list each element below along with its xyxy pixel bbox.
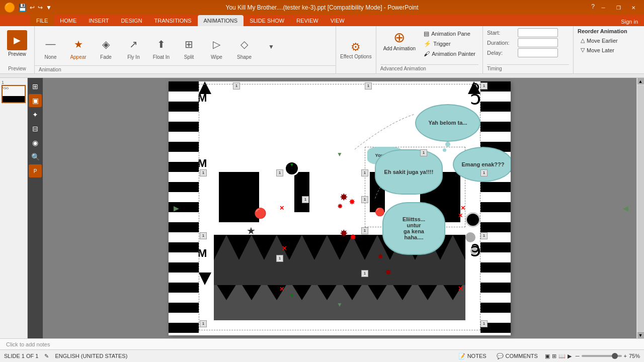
preview-button[interactable]: ▶ Preview bbox=[4, 28, 30, 59]
notes-icon: 📝 bbox=[458, 353, 465, 359]
tab-slideshow[interactable]: SLIDE SHOW bbox=[244, 15, 290, 26]
edit-icon[interactable]: ✎ bbox=[44, 353, 49, 359]
tool-circle[interactable]: ◉ bbox=[29, 136, 42, 149]
scroll-down-btn[interactable]: ▼ bbox=[637, 332, 644, 338]
tool-slides[interactable]: ▣ bbox=[29, 94, 42, 107]
tool-grid[interactable]: ⊟ bbox=[29, 122, 42, 135]
start-input[interactable] bbox=[518, 28, 558, 37]
zoom-slider[interactable] bbox=[582, 355, 622, 357]
bottom-nav-arrow[interactable]: ▼ bbox=[337, 151, 343, 158]
delay-input[interactable] bbox=[518, 48, 558, 57]
tool-windows[interactable]: ⊞ bbox=[29, 80, 42, 93]
move-earlier-button[interactable]: △ Move Earlier bbox=[578, 36, 640, 45]
anim-shape-btn[interactable]: ◇ Shape bbox=[230, 32, 258, 62]
scroll-thumb[interactable] bbox=[637, 85, 644, 331]
animation-painter-icon: 🖌 bbox=[424, 50, 430, 57]
close-button[interactable]: ✕ bbox=[627, 3, 640, 12]
animation-painter-button[interactable]: 🖌 Animation Painter bbox=[421, 49, 478, 58]
minimize-button[interactable]: ─ bbox=[597, 3, 610, 12]
add-animation-button[interactable]: ⊕ Add Animation bbox=[380, 28, 419, 52]
tab-view[interactable]: VIEW bbox=[325, 15, 351, 26]
advanced-right: ▤ Animation Pane ⚡ Trigger 🖌 Animation P… bbox=[421, 29, 478, 58]
effect-options-section[interactable]: ⚙ Effect Options bbox=[336, 26, 376, 73]
anim-shape-icon: ◇ bbox=[234, 34, 255, 54]
tab-review[interactable]: REVIEW bbox=[290, 15, 324, 26]
slide-thumbnail[interactable]: 🗨🗨 bbox=[2, 85, 26, 103]
normal-view-btn[interactable]: ▣ bbox=[545, 353, 550, 359]
canvas-wrapper: ▶ ◀ ▼ ▼ bbox=[43, 78, 636, 338]
move-later-button[interactable]: ▽ Move Later bbox=[578, 46, 640, 54]
right-nav-arrow[interactable]: ◀ bbox=[623, 204, 628, 212]
zoom-slider-thumb[interactable] bbox=[612, 353, 618, 359]
customize-btn[interactable]: ▼ bbox=[46, 4, 52, 11]
anim-floatin-label: Float In bbox=[153, 54, 170, 60]
sign-in-btn[interactable]: Sign in bbox=[615, 17, 644, 26]
notes-btn[interactable]: 📝 NOTES bbox=[455, 352, 490, 360]
anim-split-icon: ⊞ bbox=[179, 34, 199, 54]
speech-bubble-2: Emang enak??? bbox=[453, 147, 511, 182]
anim-appear-label: Appear bbox=[70, 54, 86, 60]
tab-design[interactable]: DESIGN bbox=[115, 15, 148, 26]
slide-thumb-container: 1 🗨🗨 * bbox=[2, 80, 26, 103]
anim-wipe-btn[interactable]: ▷ Wipe bbox=[203, 32, 230, 62]
anim-fade-btn[interactable]: ◈ Fade bbox=[92, 32, 120, 62]
tab-animations[interactable]: ANIMATIONS bbox=[198, 15, 244, 26]
speech-bubble-3: Eh sakit juga ya!!!! bbox=[375, 149, 443, 195]
anim-split-btn[interactable]: ⊞ Split bbox=[175, 32, 203, 62]
undo-btn[interactable]: ↩ bbox=[30, 4, 35, 11]
move-later-icon: ▽ bbox=[581, 47, 585, 53]
animation-label: Animation bbox=[39, 67, 61, 72]
restore-button[interactable]: ❐ bbox=[612, 3, 625, 12]
tool-ppt[interactable]: P bbox=[29, 164, 42, 177]
delay-label: Delay: bbox=[487, 50, 515, 56]
anim-split-label: Split bbox=[184, 54, 194, 60]
language-info[interactable]: ENGLISH (UNITED STATES) bbox=[55, 353, 127, 359]
notes-area[interactable]: Click to add notes bbox=[0, 338, 644, 349]
anim-wipe-icon: ▷ bbox=[207, 34, 227, 54]
anim-appear-icon: ★ bbox=[68, 34, 89, 54]
window-controls: ? ─ ❐ ✕ bbox=[591, 3, 640, 12]
trigger-button[interactable]: ⚡ Trigger bbox=[421, 39, 478, 48]
tool-star[interactable]: ✦ bbox=[29, 108, 42, 121]
anim-floatin-btn[interactable]: ⬆ Float In bbox=[147, 32, 175, 62]
tab-transitions[interactable]: TRANSITIONS bbox=[148, 15, 198, 26]
left-nav-arrow[interactable]: ▶ bbox=[174, 204, 179, 212]
view-buttons: ▣ ⊞ 📖 ▶ bbox=[545, 353, 572, 359]
top-nav-arrow[interactable]: ▼ bbox=[337, 301, 343, 308]
zoom-level[interactable]: 75% bbox=[629, 353, 640, 359]
start-label: Start: bbox=[487, 30, 515, 36]
comments-btn[interactable]: 💬 COMMENTS bbox=[494, 352, 541, 360]
anim-flyin-btn[interactable]: ↗ Fly In bbox=[120, 32, 147, 62]
animation-buttons: — None ★ Appear ◈ Fade ↗ Fly In ⬆ Float … bbox=[35, 26, 336, 65]
tool-search[interactable]: 🔍 bbox=[29, 150, 42, 163]
animation-pane-button[interactable]: ▤ Animation Pane bbox=[421, 29, 478, 38]
slidesorter-btn[interactable]: ⊞ bbox=[552, 353, 556, 359]
slide-info: SLIDE 1 OF 1 bbox=[4, 353, 38, 359]
duration-input[interactable] bbox=[518, 38, 558, 47]
zoom-out-btn[interactable]: ─ bbox=[576, 353, 580, 359]
tab-home[interactable]: HOME bbox=[54, 15, 83, 26]
anim-flyin-label: Fly In bbox=[127, 54, 139, 60]
reading-view-btn[interactable]: 📖 bbox=[558, 353, 566, 359]
zoom-in-btn[interactable]: + bbox=[624, 353, 627, 359]
slideshow-btn[interactable]: ▶ bbox=[568, 353, 572, 359]
anim-more-btn[interactable]: ▼ bbox=[258, 35, 284, 59]
app-icon: 🟠 bbox=[4, 2, 15, 13]
move-earlier-label: Move Earlier bbox=[587, 38, 618, 44]
vertical-scrollbar[interactable]: ▲ ▼ bbox=[636, 78, 644, 338]
tab-file[interactable]: FILE bbox=[30, 15, 54, 26]
tab-insert[interactable]: INSERT bbox=[83, 15, 115, 26]
notes-placeholder: Click to add notes bbox=[6, 341, 50, 347]
quick-save[interactable]: 💾 bbox=[18, 4, 27, 12]
redo-btn[interactable]: ↪ bbox=[38, 4, 43, 11]
reorder-section: Reorder Animation △ Move Earlier ▽ Move … bbox=[574, 26, 644, 73]
ruler-bar bbox=[0, 74, 644, 78]
anim-none-btn[interactable]: — None bbox=[37, 32, 64, 62]
preview-icon: ▶ bbox=[7, 30, 27, 50]
svg-marker-3 bbox=[199, 273, 211, 285]
anim-flyin-icon: ↗ bbox=[124, 34, 144, 54]
scroll-up-btn[interactable]: ▲ bbox=[637, 78, 644, 84]
move-later-label: Move Later bbox=[587, 47, 614, 53]
anim-appear-btn[interactable]: ★ Appear bbox=[64, 32, 92, 62]
help-icon[interactable]: ? bbox=[591, 3, 595, 12]
